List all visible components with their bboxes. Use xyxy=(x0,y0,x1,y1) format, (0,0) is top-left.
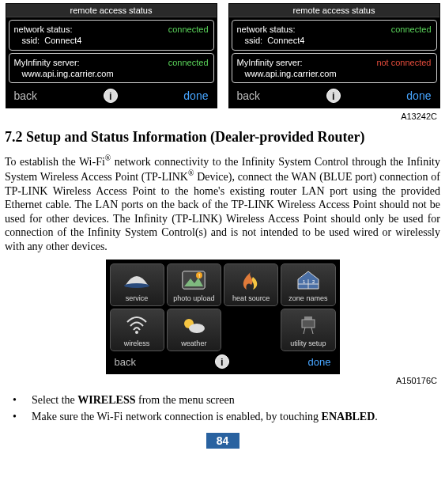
menu-label: zone names xyxy=(288,294,327,302)
menu-item-blank xyxy=(224,309,278,351)
weather-icon xyxy=(169,313,219,339)
wifi-icon xyxy=(112,313,162,339)
nav-bar: back i done xyxy=(6,85,217,108)
menu-label: wireless xyxy=(124,339,150,347)
nav-bar: back i done xyxy=(229,85,439,108)
server-box: MyInfinity server: connected www.api.ing… xyxy=(9,53,214,84)
info-icon[interactable]: i xyxy=(215,354,229,369)
svg-rect-13 xyxy=(302,320,315,328)
network-status-value: connected xyxy=(391,24,432,35)
screen-title: remote access status xyxy=(229,4,439,17)
list-item: Make sure the Wi-Fi network connection i… xyxy=(8,410,440,425)
server-label: MyInfinity server: xyxy=(14,57,80,68)
nav-bar: back i done xyxy=(107,351,339,373)
svg-point-0 xyxy=(124,283,149,288)
menu-label: weather xyxy=(181,339,206,347)
photo-upload-icon: ↑ xyxy=(169,267,219,294)
screen-title: remote access status xyxy=(6,4,217,17)
utility-icon xyxy=(283,313,333,339)
menu-item-zone-names[interactable]: 12 zone names xyxy=(281,263,335,306)
server-status-value: connected xyxy=(168,57,209,68)
done-button[interactable]: done xyxy=(406,89,431,102)
menu-item-utility-setup[interactable]: utility setup xyxy=(281,309,335,351)
svg-point-9 xyxy=(135,331,138,334)
svg-rect-12 xyxy=(304,316,312,320)
menu-label: utility setup xyxy=(290,339,326,347)
figure-id-top: A13242C xyxy=(5,112,437,121)
info-icon[interactable]: i xyxy=(104,89,118,103)
ssid-label: ssid: Connect4 xyxy=(22,35,82,46)
server-status-value: not connected xyxy=(376,57,431,68)
remote-access-screens: remote access status network status: con… xyxy=(5,3,440,108)
body-paragraph: To establish the Wi-Fi® network connecti… xyxy=(5,153,440,253)
done-button[interactable]: done xyxy=(183,89,208,102)
server-url: www.api.ing.carrier.com xyxy=(22,68,114,79)
screen-not-connected: remote access status network status: con… xyxy=(228,3,440,108)
flame-icon xyxy=(226,267,276,294)
menu-label: photo upload xyxy=(173,294,214,302)
network-status-label: network status: xyxy=(237,24,296,35)
svg-point-11 xyxy=(189,324,205,333)
done-button[interactable]: done xyxy=(308,356,331,368)
server-label: MyInfinity server: xyxy=(237,57,303,68)
house-icon: 12 xyxy=(283,267,333,294)
menu-label: heat source xyxy=(232,294,270,302)
page-number: 84 xyxy=(206,433,239,449)
info-icon[interactable]: i xyxy=(326,89,341,103)
network-box: network status: connected ssid: Connect4 xyxy=(232,20,437,51)
svg-text:↑: ↑ xyxy=(198,272,201,279)
menu-item-service[interactable]: service xyxy=(110,263,164,306)
back-button[interactable]: back xyxy=(14,89,38,102)
server-box: MyInfinity server: not connected www.api… xyxy=(232,53,437,84)
cap-icon xyxy=(112,267,162,294)
menu-screen: service ↑ photo upload heat source 12 zo… xyxy=(106,260,340,374)
network-status-value: connected xyxy=(168,24,209,35)
network-status-label: network status: xyxy=(14,24,73,35)
figure-id-mid: A150176C xyxy=(5,376,437,385)
list-item: Select the WIRELESS from the menu screen xyxy=(8,393,440,408)
menu-item-weather[interactable]: weather xyxy=(167,309,221,351)
section-heading: 7.2 Setup and Status Information (Dealer… xyxy=(5,129,440,146)
screen-connected: remote access status network status: con… xyxy=(6,3,217,108)
ssid-label: ssid: Connect4 xyxy=(245,35,305,46)
network-box: network status: connected ssid: Connect4 xyxy=(9,20,214,51)
server-url: www.api.ing.carrier.com xyxy=(245,68,337,79)
instruction-list: Select the WIRELESS from the menu screen… xyxy=(5,393,440,425)
menu-label: service xyxy=(126,294,149,302)
svg-line-14 xyxy=(304,328,305,334)
svg-line-15 xyxy=(311,328,313,334)
menu-grid: service ↑ photo upload heat source 12 zo… xyxy=(107,260,339,351)
menu-item-photo-upload[interactable]: ↑ photo upload xyxy=(167,263,221,306)
menu-item-wireless[interactable]: wireless xyxy=(110,309,164,351)
back-button[interactable]: back xyxy=(115,356,136,368)
back-button[interactable]: back xyxy=(237,89,261,102)
menu-item-heat-source[interactable]: heat source xyxy=(224,263,278,306)
